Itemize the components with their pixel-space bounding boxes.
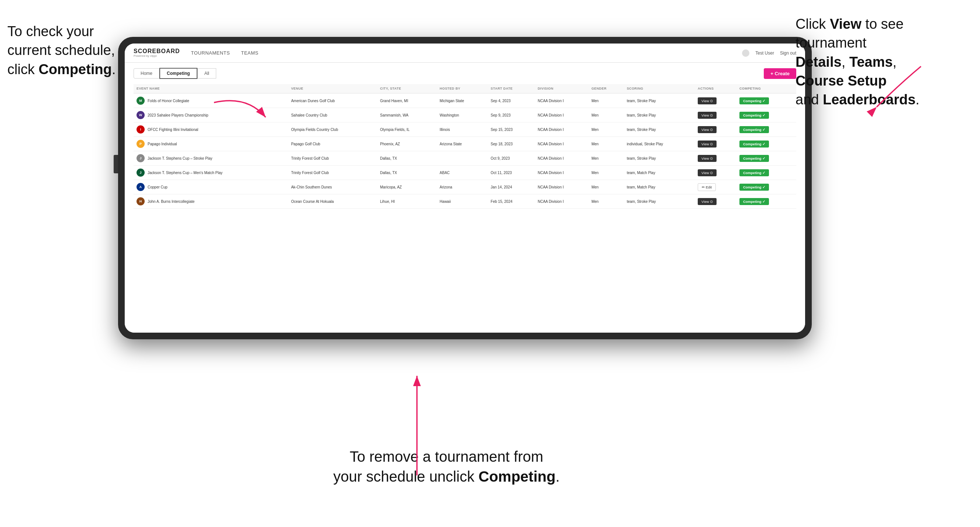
competing-button[interactable]: Competing ✓ [740,141,769,148]
city-cell: Olympia Fields, IL [377,122,437,137]
nav-teams[interactable]: TEAMS [241,49,258,57]
scoring-cell: team, Stroke Play [624,194,695,209]
actions-cell: View ⊙ [695,122,737,137]
division-cell: NCAA Division I [535,93,589,108]
col-hosted: HOSTED BY [437,84,488,93]
hosted-cell: Arizona State [437,137,488,151]
event-name-cell: J Jackson T. Stephens Cup – Men's Match … [134,165,288,180]
competing-cell: Competing ✓ [737,122,796,137]
competing-cell: Competing ✓ [737,137,796,151]
gender-cell: Men [589,194,624,209]
competing-cell: Competing ✓ [737,194,796,209]
table-row: P Papago Individual Papago Golf Club Pho… [134,137,796,151]
competing-button[interactable]: Competing ✓ [740,198,769,205]
competing-cell: Competing ✓ [737,180,796,194]
scoring-cell: team, Stroke Play [624,151,695,165]
hosted-cell [437,151,488,165]
view-button[interactable]: View ⊙ [698,141,717,148]
hosted-cell: Illinois [437,122,488,137]
competing-cell: Competing ✓ [737,108,796,122]
nav-right: Test User Sign out [742,49,796,57]
division-cell: NCAA Division I [535,122,589,137]
team-logo: P [137,140,145,148]
actions-cell: View ⊙ [695,93,737,108]
arrow-view-button [795,48,943,122]
actions-cell: View ⊙ [695,151,737,165]
venue-cell: American Dunes Golf Club [288,93,377,108]
city-cell: Lihue, HI [377,194,437,209]
competing-button[interactable]: Competing ✓ [740,155,769,162]
nav-links: TOURNAMENTS TEAMS [191,49,742,57]
scoring-cell: team, Stroke Play [624,93,695,108]
filter-all[interactable]: All [197,68,216,79]
venue-cell: Papago Golf Club [288,137,377,151]
division-cell: NCAA Division I [535,180,589,194]
navbar: SCOREBOARD Powered by clippi TOURNAMENTS… [125,43,805,63]
create-button[interactable]: + Create [764,68,796,79]
col-gender: GENDER [589,84,624,93]
view-button[interactable]: View ⊙ [698,97,717,104]
edit-button[interactable]: ✏ Edit [698,183,716,191]
event-name: Copper Cup [148,185,167,189]
tablet-screen: SCOREBOARD Powered by clippi TOURNAMENTS… [125,43,805,333]
signout-link[interactable]: Sign out [780,51,796,56]
competing-button[interactable]: Competing ✓ [740,184,769,190]
tablet-frame: SCOREBOARD Powered by clippi TOURNAMENTS… [118,37,812,339]
division-cell: NCAA Division I [535,137,589,151]
hosted-cell: Washington [437,108,488,122]
division-cell: NCAA Division I [535,151,589,165]
actions-cell: View ⊙ [695,108,737,122]
venue-cell: Sahalee Country Club [288,108,377,122]
city-cell: Sammamish, WA [377,108,437,122]
view-button[interactable]: View ⊙ [698,112,717,119]
competing-button[interactable]: Competing ✓ [740,169,769,176]
arrow-competing-filter [111,92,277,136]
col-city: CITY, STATE [377,84,437,93]
gender-cell: Men [589,165,624,180]
col-competing: COMPETING [737,84,796,93]
venue-cell: Olympia Fields Country Club [288,122,377,137]
start-cell: Oct 11, 2023 [488,165,535,180]
actions-cell: View ⊙ [695,165,737,180]
competing-button[interactable]: Competing ✓ [740,97,769,104]
col-division: DIVISION [535,84,589,93]
team-logo: J [137,168,145,177]
competing-cell: Competing ✓ [737,165,796,180]
view-button[interactable]: View ⊙ [698,169,717,176]
start-cell: Sep 4, 2023 [488,93,535,108]
view-button[interactable]: View ⊙ [698,126,717,133]
view-button[interactable]: View ⊙ [698,155,717,162]
venue-cell: Ak-Chin Southern Dunes [288,180,377,194]
scoring-cell: team, Match Play [624,180,695,194]
venue-cell: Trinity Forest Golf Club [288,165,377,180]
start-cell: Sep 9, 2023 [488,108,535,122]
team-logo: H [137,197,145,205]
competing-button[interactable]: Competing ✓ [740,112,769,119]
event-name-cell: J Jackson T. Stephens Cup – Stroke Play [134,151,288,165]
gender-cell: Men [589,93,624,108]
division-cell: NCAA Division I [535,165,589,180]
hosted-cell: ABAC [437,165,488,180]
hosted-cell: Hawaii [437,194,488,209]
start-cell: Jan 14, 2024 [488,180,535,194]
filter-competing[interactable]: Competing [159,68,197,79]
view-button[interactable]: View ⊙ [698,198,717,205]
table-row: A Copper Cup Ak-Chin Southern Dunes Mari… [134,180,796,194]
col-scoring: SCORING [624,84,695,93]
gender-cell: Men [589,180,624,194]
competing-cell: Competing ✓ [737,151,796,165]
annotation-bottom: To remove a tournament from your schedul… [317,447,576,486]
col-venue: VENUE [288,84,377,93]
gender-cell: Men [589,137,624,151]
competing-button[interactable]: Competing ✓ [740,126,769,133]
scoring-cell: individual, Stroke Play [624,137,695,151]
city-cell: Maricopa, AZ [377,180,437,194]
gender-cell: Men [589,122,624,137]
event-name-cell: A Copper Cup [134,180,288,194]
city-cell: Grand Haven, MI [377,93,437,108]
hosted-cell: Michigan State [437,93,488,108]
col-start: START DATE [488,84,535,93]
tablet-side-button [114,155,118,173]
nav-tournaments[interactable]: TOURNAMENTS [191,49,230,57]
city-cell: Dallas, TX [377,151,437,165]
